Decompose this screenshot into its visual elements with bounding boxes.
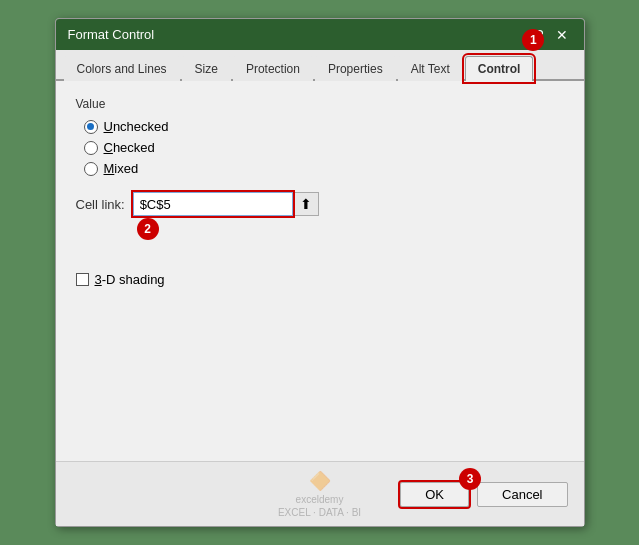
three-d-shading-label: 3-D shading xyxy=(95,272,165,287)
radio-group-value: Unchecked Checked Mixed xyxy=(84,119,564,176)
tab-protection[interactable]: Protection xyxy=(233,56,313,81)
tab-control[interactable]: Control 1 xyxy=(465,56,534,81)
radio-mixed-circle xyxy=(84,162,98,176)
title-bar: Format Control ? ✕ xyxy=(56,19,584,50)
radio-unchecked-label: Unchecked xyxy=(104,119,169,134)
watermark-icon: 🔶 xyxy=(309,470,331,492)
cell-link-input[interactable] xyxy=(133,192,293,216)
value-section-label: Value xyxy=(76,97,564,111)
tab-colors-lines[interactable]: Colors and Lines xyxy=(64,56,180,81)
close-button[interactable]: ✕ xyxy=(552,28,572,42)
tab-properties[interactable]: Properties xyxy=(315,56,396,81)
cell-link-input-wrapper xyxy=(133,192,293,216)
radio-checked-circle xyxy=(84,141,98,155)
radio-unchecked-circle xyxy=(84,120,98,134)
dialog-title: Format Control xyxy=(68,27,155,42)
tab-bar: Colors and Lines Size Protection Propert… xyxy=(56,50,584,81)
format-control-dialog: Format Control ? ✕ Colors and Lines Size… xyxy=(55,18,585,527)
dialog-footer: 🔶 exceldemy EXCEL · DATA · BI OK 3 Cance… xyxy=(56,461,584,526)
radio-mixed[interactable]: Mixed xyxy=(84,161,564,176)
cell-link-row: Cell link: ⬆ 2 xyxy=(76,192,564,216)
ok-button[interactable]: OK xyxy=(400,482,469,507)
radio-checked[interactable]: Checked xyxy=(84,140,564,155)
footer-buttons: OK 3 Cancel xyxy=(400,482,567,507)
title-bar-left: Format Control xyxy=(68,27,155,42)
watermark-line2: EXCEL · DATA · BI xyxy=(278,507,361,518)
badge-3: 3 xyxy=(459,468,481,490)
cell-link-label: Cell link: xyxy=(76,197,125,212)
dialog-body: Value Unchecked Checked Mixed Cell link: xyxy=(56,81,584,461)
three-d-shading-checkbox[interactable] xyxy=(76,273,89,286)
watermark-line1: exceldemy xyxy=(296,494,344,505)
badge-2: 2 xyxy=(137,218,159,240)
radio-mixed-label: Mixed xyxy=(104,161,139,176)
radio-checked-label: Checked xyxy=(104,140,155,155)
cell-link-collapse-button[interactable]: ⬆ xyxy=(293,192,319,216)
tab-size[interactable]: Size xyxy=(182,56,231,81)
cancel-button[interactable]: Cancel xyxy=(477,482,567,507)
three-d-shading-row: 3-D shading xyxy=(76,272,564,287)
radio-unchecked[interactable]: Unchecked xyxy=(84,119,564,134)
watermark: 🔶 exceldemy EXCEL · DATA · BI xyxy=(278,470,361,518)
tab-alt-text[interactable]: Alt Text xyxy=(398,56,463,81)
